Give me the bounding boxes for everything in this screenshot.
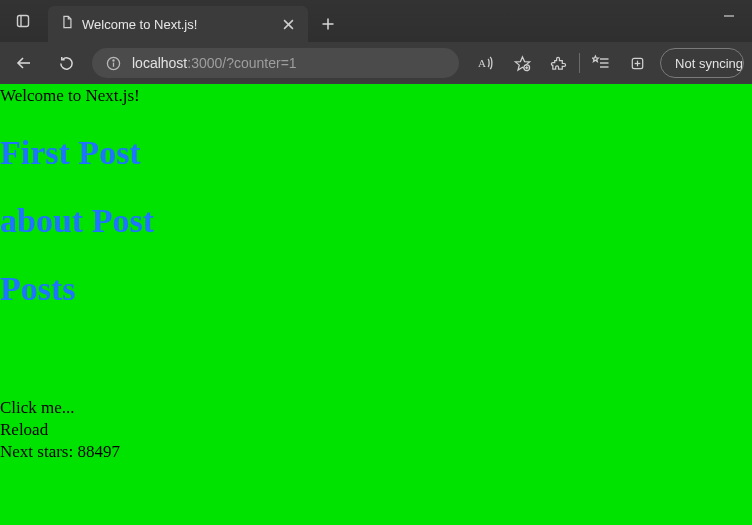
address-text: localhost:3000/?counter=1 (132, 55, 297, 71)
toolbar-right: A (469, 47, 744, 79)
stars-text: Next stars: 88497 (0, 442, 752, 462)
address-host: localhost (132, 55, 187, 71)
sync-status-button[interactable]: Not syncing (660, 48, 744, 78)
link-posts[interactable]: Posts (0, 270, 752, 308)
extensions-button[interactable] (541, 47, 575, 79)
tab-close-button[interactable] (278, 14, 298, 34)
tab-title: Welcome to Next.js! (82, 17, 270, 32)
reload-button[interactable]: Reload (0, 420, 752, 440)
toolbar: localhost:3000/?counter=1 A (0, 42, 752, 84)
browser-tab[interactable]: Welcome to Next.js! (48, 6, 308, 42)
svg-rect-0 (18, 16, 29, 27)
stars-value: 88497 (77, 442, 120, 461)
welcome-text: Welcome to Next.js! (0, 84, 752, 106)
back-button[interactable] (8, 47, 40, 79)
titlebar: Welcome to Next.js! (0, 0, 752, 42)
address-path: :3000/?counter=1 (187, 55, 296, 71)
svg-point-10 (112, 59, 113, 60)
link-about-post[interactable]: about Post (0, 202, 752, 240)
site-info-icon[interactable] (104, 56, 122, 71)
address-bar[interactable]: localhost:3000/?counter=1 (92, 48, 459, 78)
favorite-button[interactable] (505, 47, 539, 79)
favorites-list-button[interactable] (584, 47, 618, 79)
window-controls (706, 0, 752, 32)
read-aloud-button[interactable]: A (469, 47, 503, 79)
refresh-button[interactable] (50, 47, 82, 79)
svg-text:A: A (478, 57, 486, 69)
toolbar-separator (579, 53, 580, 73)
page-viewport: Welcome to Next.js! First Post about Pos… (0, 84, 752, 525)
sync-status-label: Not syncing (675, 56, 743, 71)
page-favicon-icon (60, 15, 74, 33)
stars-label: Next stars: (0, 442, 77, 461)
link-first-post[interactable]: First Post (0, 134, 752, 172)
new-tab-button[interactable] (312, 8, 344, 40)
spacer (0, 338, 752, 396)
collections-button[interactable] (620, 47, 654, 79)
tab-actions-button[interactable] (8, 6, 38, 36)
svg-marker-16 (593, 56, 599, 62)
click-me-button[interactable]: Click me... (0, 398, 752, 418)
window-minimize-button[interactable] (706, 0, 752, 32)
